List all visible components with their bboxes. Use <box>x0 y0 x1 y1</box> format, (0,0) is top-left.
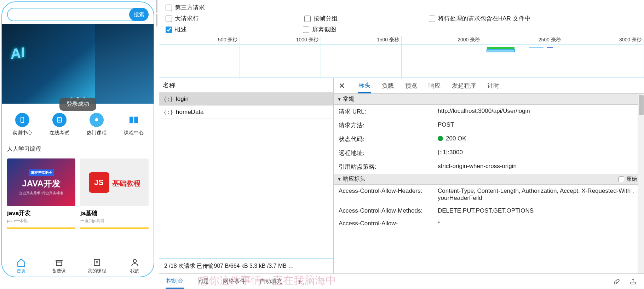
upload-icon[interactable] <box>628 278 638 285</box>
json-icon: {;} <box>163 109 173 115</box>
drawer-tab-network-cond[interactable]: 网络条件 <box>222 275 246 288</box>
request-detail: ✕ 标头 负载 预览 响应 发起程序 计时 ▼常规 请求 URL:http://… <box>334 78 644 273</box>
request-list: 名称 {;} login {;} homeData 2 /18 次请求 已传输9… <box>159 78 334 273</box>
timeline[interactable]: 500 毫秒 1000 毫秒 1500 毫秒 2000 毫秒 2500 毫秒 3… <box>159 36 644 78</box>
filter-group-frame[interactable]: 按帧分组 <box>304 15 338 23</box>
nav-item-exam[interactable]: 在线考试 <box>41 113 78 136</box>
svg-rect-5 <box>631 282 636 284</box>
request-row-homedata[interactable]: {;} homeData <box>159 106 333 119</box>
resize-handle[interactable] <box>154 0 159 27</box>
raw-toggle[interactable]: 原始 <box>619 176 637 183</box>
course-card-java[interactable]: 编程界扛把子 JAVA开发 企业真实需求+行业真实标准 java开发 java一… <box>7 158 75 229</box>
request-list-header: 名称 <box>159 78 333 93</box>
tab-headers[interactable]: 标头 <box>358 79 371 93</box>
nav-item-course[interactable]: 课程中心 <box>115 113 152 136</box>
drawer-tab-autofill[interactable]: 自动填充 <box>259 275 283 288</box>
drawer-tabs: 控制台 问题 网络条件 自动填充 ＋ <box>159 273 644 289</box>
filter-third-party[interactable]: 第三方请求 <box>166 4 205 12</box>
filter-big-rows[interactable]: 大请求行 <box>166 15 199 23</box>
nav-item-hot[interactable]: 热门课程 <box>78 113 115 136</box>
shop-icon <box>54 258 64 267</box>
tab-alt-course[interactable]: 备选课 <box>40 255 78 277</box>
mobile-preview: 搜索 登录成功 实训中心 在线考试 热门课程 <box>0 0 159 289</box>
tabbar: 首页 备选课 我的课程 我的 <box>2 255 154 277</box>
status-dot-icon <box>438 136 443 141</box>
tab-response[interactable]: 响应 <box>428 79 441 93</box>
svg-point-4 <box>133 259 136 262</box>
section-title: 人人学习编程 <box>2 140 154 155</box>
request-summary: 2 /18 次请求 已传输907 B/664 kB 3.3 kB /3.7 MB… <box>159 258 333 273</box>
tab-payload[interactable]: 负载 <box>381 79 395 93</box>
devtools-panel: 第三方请求 大请求行 按帧分组 将待处理的请求包含在HAR 文件中 概述 屏幕截… <box>159 0 644 289</box>
tab-my-course[interactable]: 我的课程 <box>78 255 116 277</box>
drawer-tab-issues[interactable]: 问题 <box>197 275 209 288</box>
search-button[interactable]: 搜索 <box>129 8 149 21</box>
nav-item-training[interactable]: 实训中心 <box>4 113 41 136</box>
book-icon <box>127 113 141 127</box>
user-icon <box>130 258 139 267</box>
close-detail-button[interactable]: ✕ <box>336 81 348 91</box>
course-card-js[interactable]: JS 基础教程 js基础 一直到js高阶 <box>80 158 149 229</box>
json-icon: {;} <box>163 96 173 102</box>
request-row-login[interactable]: {;} login <box>159 93 333 106</box>
tab-timing[interactable]: 计时 <box>487 79 500 93</box>
filter-overview[interactable]: 概述 <box>166 25 187 34</box>
home-icon <box>17 258 26 267</box>
svg-rect-0 <box>21 117 23 123</box>
add-tab-button[interactable]: ＋ <box>296 276 304 287</box>
scrollbar[interactable] <box>638 94 644 273</box>
svg-rect-2 <box>56 262 62 265</box>
tab-initiator[interactable]: 发起程序 <box>451 79 477 93</box>
section-response-headers[interactable]: ▼ 响应标头 原始 <box>334 174 644 185</box>
phone-frame: 搜索 登录成功 实训中心 在线考试 热门课程 <box>1 1 154 277</box>
search-input[interactable] <box>7 8 145 21</box>
link-icon[interactable] <box>612 278 621 285</box>
hero-banner[interactable] <box>2 24 154 104</box>
tab-home[interactable]: 首页 <box>2 255 40 277</box>
tab-me[interactable]: 我的 <box>116 255 154 277</box>
flame-icon <box>90 113 104 127</box>
drawer-tab-console[interactable]: 控制台 <box>166 274 184 289</box>
list-icon <box>92 258 102 267</box>
phone-icon <box>15 113 29 127</box>
filter-include-har[interactable]: 将待处理的请求包含在HAR 文件中 <box>429 15 531 23</box>
section-general[interactable]: ▼常规 <box>334 94 644 105</box>
toast: 登录成功 <box>59 98 96 111</box>
filter-screenshot[interactable]: 屏幕截图 <box>303 25 336 34</box>
tab-preview[interactable]: 预览 <box>404 79 418 93</box>
doc-icon <box>52 113 67 127</box>
